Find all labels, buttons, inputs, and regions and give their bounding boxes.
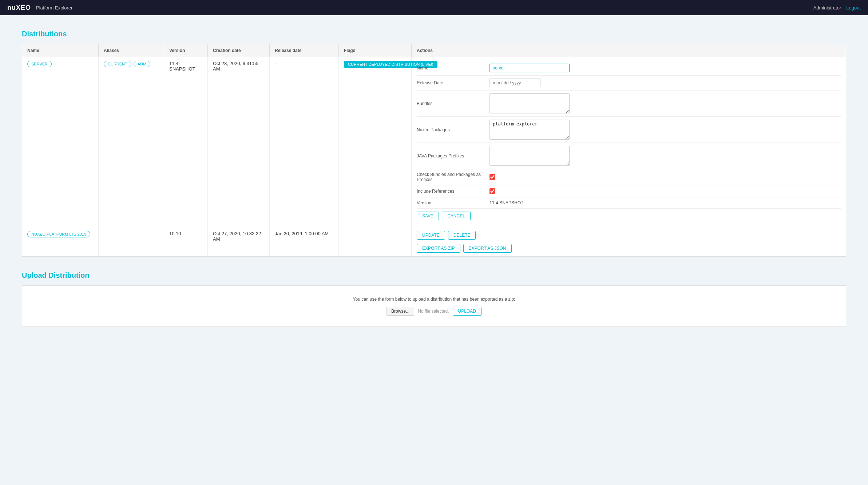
row2-action-group-1: UPDATE DELETE xyxy=(417,231,476,240)
col-actions: Actions xyxy=(412,44,846,57)
upload-title: Upload Distribution xyxy=(22,271,846,280)
row2-actions: UPDATE DELETE EXPORT AS ZIP EXPORT AS JS… xyxy=(412,227,846,256)
version-value: 11.4-SNAPSHOT xyxy=(490,200,523,205)
form-row-release-date: Release Date xyxy=(417,76,841,91)
no-file-label: No file selected. xyxy=(418,309,449,314)
row2-creation-date-value: Oct 27, 2020, 10:32:22 AM xyxy=(213,231,264,242)
table-header: Name Aliases Version Creation date Relea… xyxy=(22,44,846,57)
row2-release-date: Jan 20, 2019, 1:00:00 AM xyxy=(270,227,339,256)
upload-box: You can use the form below to upload a d… xyxy=(22,285,846,327)
logo: nuXEO xyxy=(7,4,31,12)
row2-creation-date: Oct 27, 2020, 10:32:22 AM xyxy=(208,227,270,256)
check-bundles-label: Check Bundles and Packages as Prefixes xyxy=(417,172,490,182)
delete-button[interactable]: DELETE xyxy=(448,231,476,240)
update-button[interactable]: UPDATE xyxy=(417,231,445,240)
save-button[interactable]: SAVE xyxy=(417,212,439,220)
header-username: Administrator xyxy=(813,5,841,11)
row1-version-value: 11.4-SNAPSHOT xyxy=(169,61,202,72)
export-json-button[interactable]: EXPORT AS JSON xyxy=(463,244,512,253)
check-bundles-checkbox[interactable] xyxy=(490,174,495,180)
row1-aliases: CURRENT ADM xyxy=(99,57,164,227)
row2-aliases xyxy=(99,227,164,256)
row1-name: SERVER xyxy=(22,57,99,227)
lts2019-badge[interactable]: NUXEO PLATFORM LTS 2019 xyxy=(27,231,90,237)
row1-creation-date: Oct 28, 2020, 9:31:55 AM xyxy=(208,57,270,227)
form-buttons: SAVE CANCEL xyxy=(417,209,841,223)
col-version: Version xyxy=(164,44,208,57)
table-row-2: NUXEO PLATFORM LTS 2019 10.10 Oct 27, 20… xyxy=(22,227,846,256)
row1-creation-date-value: Oct 28, 2020, 9:31:55 AM xyxy=(213,61,264,72)
logout-link[interactable]: Logout xyxy=(846,5,861,11)
export-zip-button[interactable]: EXPORT AS ZIP xyxy=(417,244,460,253)
logo-xeo: XEO xyxy=(16,4,31,11)
cancel-button[interactable]: CANCEL xyxy=(442,212,471,220)
header-left: nuXEO Platform Explorer xyxy=(7,4,72,12)
table-row: SERVER CURRENT ADM 11.4-SNAPSHOT Oct 28,… xyxy=(22,57,846,227)
logo-nu: nu xyxy=(7,4,16,11)
row1-version: 11.4-SNAPSHOT xyxy=(164,57,208,227)
current-badge[interactable]: CURRENT xyxy=(104,61,131,67)
col-release-date: Release date xyxy=(270,44,339,57)
nuxeo-packages-textarea[interactable]: platform-explorer xyxy=(490,120,570,140)
row2-version-value: 10.10 xyxy=(169,231,181,236)
include-refs-label: Include References xyxy=(417,189,490,194)
bundles-label: Bundles xyxy=(417,101,490,106)
release-date-input[interactable] xyxy=(490,79,540,87)
col-aliases: Aliases xyxy=(99,44,164,57)
col-name: Name xyxy=(22,44,99,57)
upload-controls: Browse... No file selected. UPLOAD xyxy=(387,307,481,316)
form-row-name: Name xyxy=(417,61,841,76)
java-packages-label: JAVA Packages Prefixes xyxy=(417,153,490,159)
form-row-include-refs: Include References xyxy=(417,185,841,197)
col-flags: Flags xyxy=(339,44,412,57)
row2-action-group-2: EXPORT AS ZIP EXPORT AS JSON xyxy=(417,244,512,253)
nuxeo-packages-label: Nuxeo Packages xyxy=(417,127,490,132)
upload-button[interactable]: UPLOAD xyxy=(453,307,481,316)
row2-name: NUXEO PLATFORM LTS 2019 xyxy=(22,227,99,256)
row1-release-date-value: - xyxy=(275,61,276,66)
header-right: Administrator Logout xyxy=(813,5,861,11)
form-row-java-packages: JAVA Packages Prefixes xyxy=(417,143,841,169)
row1-release-date: - xyxy=(270,57,339,227)
distributions-title: Distributions xyxy=(22,30,846,38)
name-label: Name xyxy=(417,65,490,71)
version-label: Version xyxy=(417,200,490,205)
row1-actions: Name Release Date Bundles xyxy=(412,57,846,227)
row2-release-date-value: Jan 20, 2019, 1:00:00 AM xyxy=(275,231,329,236)
upload-section: Upload Distribution You can use the form… xyxy=(22,271,846,327)
upload-description: You can use the form below to upload a d… xyxy=(353,297,515,302)
form-row-nuxeo-packages: Nuxeo Packages platform-explorer xyxy=(417,117,841,143)
header: nuXEO Platform Explorer Administrator Lo… xyxy=(0,0,868,15)
adm-badge[interactable]: ADM xyxy=(134,61,150,67)
include-refs-checkbox[interactable] xyxy=(490,188,495,194)
row2-version: 10.10 xyxy=(164,227,208,256)
form-row-bundles: Bundles xyxy=(417,91,841,117)
java-packages-textarea[interactable] xyxy=(490,146,570,166)
platform-explorer-label: Platform Explorer xyxy=(36,5,72,11)
name-input[interactable] xyxy=(490,64,570,72)
form-row-version: Version 11.4-SNAPSHOT xyxy=(417,197,841,209)
bundles-textarea[interactable] xyxy=(490,93,570,113)
distributions-table: Name Aliases Version Creation date Relea… xyxy=(22,44,846,257)
main-content: Distributions Name Aliases Version Creat… xyxy=(0,15,868,341)
form-row-check-bundles: Check Bundles and Packages as Prefixes xyxy=(417,169,841,185)
browse-button[interactable]: Browse... xyxy=(387,307,414,316)
actions-form: Name Release Date Bundles xyxy=(412,57,846,227)
server-badge[interactable]: SERVER xyxy=(27,61,52,67)
row2-flags xyxy=(339,227,412,256)
col-creation-date: Creation date xyxy=(208,44,270,57)
row1-flags: CURRENT DEPLOYED DISTRIBUTION (LIVE!) xyxy=(339,57,412,227)
release-date-label: Release Date xyxy=(417,80,490,85)
